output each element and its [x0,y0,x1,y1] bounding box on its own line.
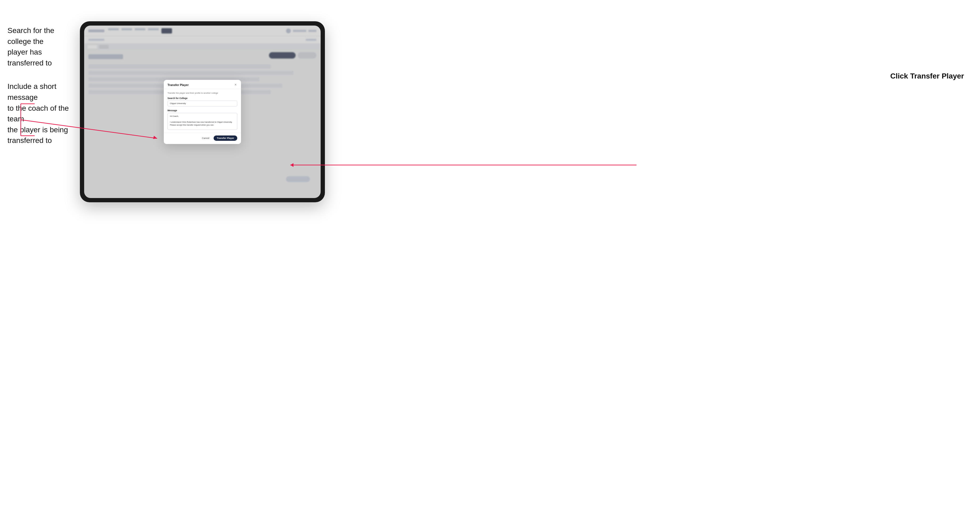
annotation-search-line2: player has transferred to [8,47,80,68]
modal-description: Transfer the player and their profile to… [167,92,237,94]
annotation-message-line1: Include a short message [8,81,80,103]
annotation-right: Click Transfer Player [890,72,964,80]
modal-footer: Cancel Transfer Player [164,133,241,144]
close-button[interactable]: ✕ [234,83,237,87]
search-college-label: Search for College [167,97,237,100]
transfer-player-button[interactable]: Transfer Player [213,135,237,141]
modal-header: Transfer Player ✕ [164,80,241,89]
annotation-right-bold: Transfer Player [910,72,964,80]
transfer-player-modal: Transfer Player ✕ Transfer the player an… [164,80,241,144]
annotation-message-line2: to the coach of the team [8,103,80,125]
annotation-left: Search for the college the player has tr… [8,25,80,146]
annotation-right-prefix: Click [890,72,910,80]
modal-title: Transfer Player [167,83,189,86]
tablet-frame: Transfer Player ✕ Transfer the player an… [80,21,325,202]
modal-body: Transfer the player and their profile to… [164,89,241,133]
annotation-message-line4: transferred to [8,135,80,146]
message-label: Message [167,109,237,112]
tablet-screen: Transfer Player ✕ Transfer the player an… [84,25,321,198]
annotation-message-line3: the player is being [8,125,80,135]
cancel-button[interactable]: Cancel [200,136,212,141]
modal-overlay: Transfer Player ✕ Transfer the player an… [84,25,321,198]
message-textarea[interactable]: Hi Coach,I understand Chris Robertson ha… [167,113,237,130]
search-college-input[interactable]: Clippd University [167,101,237,106]
annotation-search-line1: Search for the college the [8,25,80,47]
